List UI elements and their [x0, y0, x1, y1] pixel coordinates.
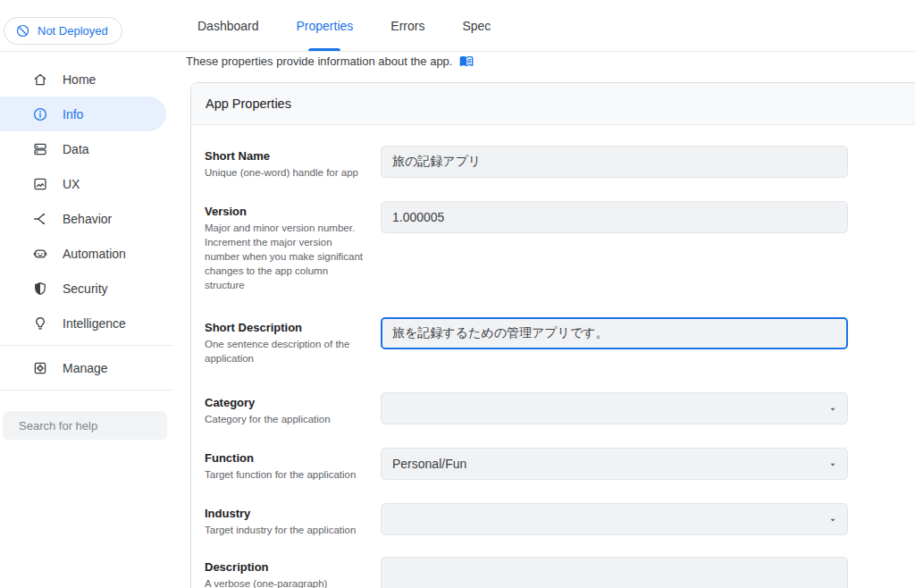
sidebar-item-home[interactable]: Home — [0, 62, 166, 97]
field-description: Target industry for the application — [205, 523, 368, 537]
not-deployed-badge[interactable]: Not Deployed — [4, 17, 122, 45]
dropdown-caret-icon — [827, 403, 838, 414]
field-description: A verbose (one-paragraph) description of… — [205, 576, 368, 588]
field-label: Industry — [205, 507, 368, 521]
field-description: One sentence description of the applicat… — [205, 337, 368, 365]
help-search-box — [3, 411, 167, 440]
field-label: Short Description — [205, 321, 368, 335]
home-icon — [32, 71, 48, 88]
card-title: App Properties — [206, 97, 291, 111]
tab-label: Errors — [390, 19, 424, 33]
category-select[interactable] — [381, 392, 848, 424]
field-row-industry: Industry Target industry for the applica… — [205, 503, 915, 537]
field-label: Category — [205, 396, 368, 410]
sidebar-item-label: Security — [63, 281, 108, 296]
card-body: Short Name Unique (one-word) handle for … — [191, 125, 915, 588]
field-value: Personal/Fun — [392, 457, 466, 471]
sidebar-divider — [0, 345, 172, 346]
book-icon[interactable] — [458, 54, 474, 68]
field-label: Function — [205, 451, 368, 466]
sidebar-item-security[interactable]: Security — [0, 271, 166, 306]
description-textarea[interactable] — [381, 557, 848, 588]
card-header: App Properties — [191, 83, 915, 125]
sidebar-item-label: UX — [63, 177, 80, 191]
appsheet-editor: Not Deployed Dashboard Properties Errors… — [0, 0, 915, 588]
active-tab-underline — [308, 48, 340, 51]
automation-icon — [32, 246, 48, 262]
tab-spec[interactable]: Spec — [443, 0, 509, 52]
search-input[interactable] — [19, 419, 176, 433]
field-row-category: Category Category for the application — [205, 392, 915, 426]
sidebar-item-manage[interactable]: Manage — [0, 350, 166, 385]
app-properties-card: App Properties Short Name Unique (one-wo… — [190, 82, 915, 588]
field-description: Major and minor version number. Incremen… — [205, 221, 368, 292]
tab-properties[interactable]: Properties — [278, 0, 373, 52]
sidebar-divider — [0, 390, 172, 391]
not-deployed-label: Not Deployed — [38, 24, 108, 38]
field-description: Category for the application — [205, 412, 368, 426]
sidebar-item-label: Automation — [63, 247, 126, 261]
blocked-icon — [15, 23, 30, 38]
field-row-short-name: Short Name Unique (one-word) handle for … — [205, 146, 915, 180]
field-row-short-description: Short Description One sentence descripti… — [205, 317, 915, 365]
sidebar-item-label: Data — [63, 142, 89, 156]
data-icon — [32, 141, 48, 157]
field-row-function: Function Target function for the applica… — [205, 448, 915, 482]
sidebar-item-label: Info — [63, 107, 83, 122]
dropdown-caret-icon — [827, 458, 838, 469]
field-value: 旅を記録するための管理アプリです。 — [392, 325, 609, 341]
tab-label: Spec — [462, 19, 491, 33]
security-icon — [32, 281, 48, 297]
editor-tabs: Dashboard Properties Errors Spec — [179, 0, 509, 52]
info-icon — [32, 106, 48, 122]
field-row-version: Version Major and minor version number. … — [205, 201, 915, 292]
short-description-input[interactable]: 旅を記録するための管理アプリです。 — [381, 317, 848, 349]
dropdown-caret-icon — [827, 514, 838, 525]
subtitle-text: These properties provide information abo… — [186, 55, 452, 68]
tab-errors[interactable]: Errors — [372, 0, 443, 52]
sidebar: Home Info Data UX Behavior Automation Se… — [0, 62, 179, 440]
short-name-input[interactable]: 旅の記録アプリ — [381, 146, 848, 178]
sidebar-item-behavior[interactable]: Behavior — [0, 201, 166, 236]
sidebar-item-automation[interactable]: Automation — [0, 236, 166, 271]
field-value: 1.000005 — [392, 210, 444, 224]
field-label: Version — [205, 205, 368, 219]
tab-label: Properties — [297, 19, 354, 33]
field-row-description: Description A verbose (one-paragraph) de… — [205, 557, 915, 588]
sidebar-item-ux[interactable]: UX — [0, 166, 166, 201]
sidebar-item-label: Intelligence — [63, 316, 126, 331]
field-description: Unique (one-word) handle for app — [205, 165, 368, 180]
tab-label: Dashboard — [197, 19, 259, 33]
function-select[interactable]: Personal/Fun — [381, 448, 848, 480]
intelligence-icon — [32, 315, 48, 332]
sidebar-item-data[interactable]: Data — [0, 131, 166, 166]
sidebar-item-info[interactable]: Info — [0, 97, 166, 131]
manage-icon — [32, 360, 48, 376]
version-input[interactable]: 1.000005 — [381, 201, 848, 233]
industry-select[interactable] — [381, 503, 848, 535]
sidebar-item-intelligence[interactable]: Intelligence — [0, 306, 166, 340]
field-description: Target function for the application — [205, 467, 368, 482]
field-value: 旅の記録アプリ — [392, 154, 481, 170]
field-label: Short Name — [205, 149, 368, 164]
ux-icon — [32, 176, 48, 192]
sidebar-item-label: Home — [63, 72, 96, 87]
top-bar: Not Deployed Dashboard Properties Errors… — [0, 0, 915, 52]
field-label: Description — [205, 560, 368, 575]
behavior-icon — [32, 211, 48, 227]
sidebar-item-label: Manage — [63, 361, 108, 375]
tab-dashboard[interactable]: Dashboard — [179, 0, 278, 52]
properties-subtitle: These properties provide information abo… — [186, 53, 474, 69]
sidebar-item-label: Behavior — [63, 212, 112, 226]
